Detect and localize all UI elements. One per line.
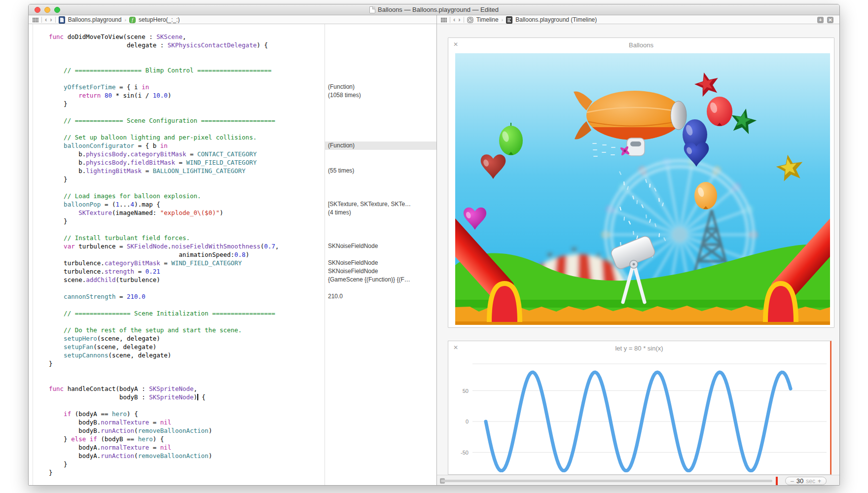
breadcrumb-file[interactable]: Balloons.playground <box>68 16 122 23</box>
orange-balloon <box>694 182 717 210</box>
close-window-button[interactable] <box>35 7 40 13</box>
graph-card: ✕ let y = 80 * sin(x) 500-50 <box>448 341 832 475</box>
result-value[interactable]: (1058 times) <box>325 91 436 100</box>
forward-button[interactable]: › <box>50 17 52 23</box>
result-value[interactable]: (Function) <box>325 83 436 91</box>
duration-stepper: – 30 sec + <box>785 477 827 485</box>
results-sidebar[interactable]: (Function)(1058 times)(Function)(55 time… <box>325 24 436 486</box>
breadcrumb-symbol[interactable]: setupHero(_:_:) <box>139 16 180 23</box>
pane-splitter[interactable] <box>436 15 437 486</box>
increase-duration-button[interactable]: + <box>818 478 821 485</box>
pane-buttons: + ✕ <box>817 15 833 24</box>
function-icon: f <box>129 17 136 23</box>
svg-text:-50: -50 <box>461 450 469 456</box>
jump-bars: ‹ › Balloons.playground › f setupHero(_:… <box>29 15 839 24</box>
scene-preview-card: ✕ Balloons <box>448 37 834 328</box>
add-pane-button[interactable]: + <box>817 17 824 23</box>
back-button[interactable]: ‹ <box>453 17 455 23</box>
breadcrumb-timeline-file[interactable]: Balloons.playground (Timeline) <box>515 16 597 23</box>
code-text[interactable]: func doDidMoveToView(scene : SKScene, de… <box>49 33 279 477</box>
result-value[interactable]: SKNoiseFieldNode <box>325 267 436 276</box>
left-jump-bar: ‹ › Balloons.playground › f setupHero(_:… <box>33 15 180 24</box>
traffic-lights <box>35 7 60 13</box>
playground-file-icon <box>59 16 65 24</box>
document-icon <box>369 6 375 13</box>
scene-preview-title: Balloons <box>448 41 834 49</box>
timeline-file-icon <box>506 16 512 24</box>
timeline-slider-bar: – 30 sec + <box>437 475 840 486</box>
slider-track[interactable] <box>441 480 772 482</box>
close-pane-button[interactable]: ✕ <box>827 17 833 23</box>
window-title: Balloons — Balloons.playground — Edited <box>369 6 499 13</box>
forward-button[interactable]: › <box>458 17 460 23</box>
duration-unit: sec <box>806 478 815 485</box>
zoom-window-button[interactable] <box>54 7 60 13</box>
right-jump-bar: ‹ › Timeline › Balloons.playground (Time… <box>441 15 597 24</box>
source-editor[interactable]: func doDidMoveToView(scene : SKScene, de… <box>29 24 436 486</box>
xcode-playground-window: Balloons — Balloons.playground — Edited … <box>28 4 840 486</box>
result-value[interactable]: 210.0 <box>325 292 436 301</box>
duration-value: 30 <box>796 477 803 485</box>
breadcrumb-timeline[interactable]: Timeline <box>476 16 499 23</box>
result-value[interactable]: (Function) <box>325 141 436 150</box>
result-value[interactable]: (55 times) <box>325 167 436 175</box>
timeline-pane: ✕ Balloons <box>437 24 840 486</box>
minimize-window-button[interactable] <box>44 7 50 13</box>
decrease-duration-button[interactable]: – <box>791 478 794 485</box>
related-items-icon[interactable] <box>441 17 447 23</box>
title-bar[interactable]: Balloons — Balloons.playground — Edited <box>29 4 839 15</box>
sine-graph[interactable]: 500-50 <box>454 360 827 472</box>
result-value[interactable]: SKNoiseFieldNode <box>325 259 436 267</box>
result-value[interactable]: (4 times) <box>325 209 436 217</box>
gutter-divider <box>33 24 33 486</box>
result-value[interactable]: SKNoiseFieldNode <box>325 242 436 250</box>
back-button[interactable]: ‹ <box>45 17 47 23</box>
svg-text:0: 0 <box>466 419 469 424</box>
result-value[interactable]: [SKTexture, SKTexture, SKTe… <box>325 200 436 209</box>
related-items-icon[interactable] <box>33 17 38 23</box>
graph-title: let y = 80 * sin(x) <box>448 345 830 352</box>
svg-text:50: 50 <box>463 388 469 394</box>
playhead-marker[interactable] <box>776 477 778 486</box>
spritekit-scene[interactable] <box>455 53 830 325</box>
result-value[interactable]: {GameScene {(Function)} {(F… <box>325 276 436 284</box>
red-balloon <box>707 97 732 126</box>
timeline-clock-icon <box>467 17 473 23</box>
